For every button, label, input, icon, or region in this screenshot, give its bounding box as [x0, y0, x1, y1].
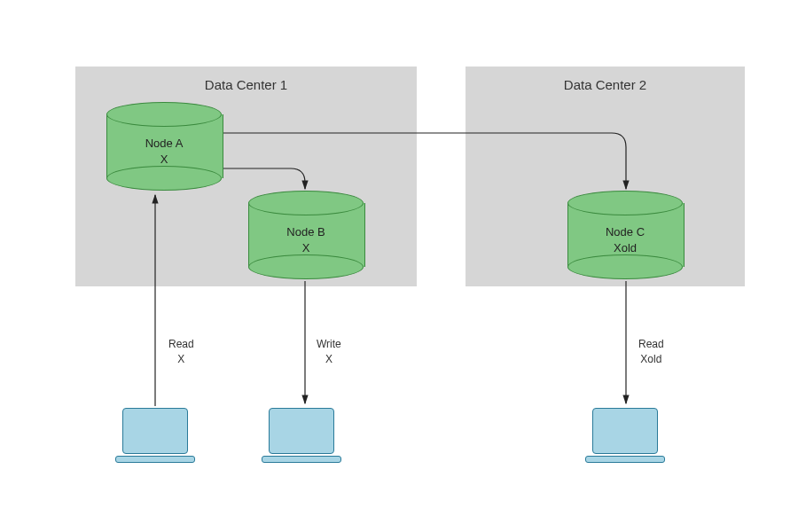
client-laptop-2 [262, 408, 341, 466]
node-b: Node B X [248, 191, 364, 279]
node-b-value: X [248, 240, 364, 256]
datacenter-2-title: Data Center 2 [564, 77, 646, 92]
edge-read-a-label: Read X [168, 337, 194, 367]
node-c-value: Xold [567, 240, 683, 256]
edge-write-b-label: Write X [317, 337, 341, 367]
client-laptop-1 [115, 408, 195, 466]
diagram-canvas: Data Center 1 Data Center 2 Node A X Nod… [0, 0, 798, 532]
node-a-value: X [106, 152, 222, 168]
datacenter-1-title: Data Center 1 [205, 77, 287, 92]
node-b-name: Node B [248, 224, 364, 240]
node-a-name: Node A [106, 136, 222, 152]
node-c: Node C Xold [567, 191, 683, 279]
client-laptop-3 [585, 408, 665, 466]
node-c-name: Node C [567, 224, 683, 240]
node-a: Node A X [106, 102, 222, 191]
edge-read-c-label: Read Xold [638, 337, 664, 367]
